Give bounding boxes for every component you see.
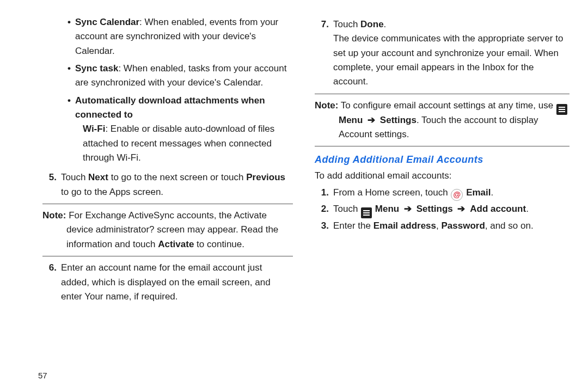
divider (42, 204, 293, 204)
step-number: 5. (42, 170, 61, 199)
bullet-list: • Sync Calendar: When enabled, events fr… (68, 15, 293, 165)
divider (315, 94, 569, 94)
arrow-icon: ➔ (367, 115, 375, 125)
step-body: Enter an account name for the email acco… (61, 261, 293, 304)
note-configure: Note: To configure email account setting… (315, 99, 569, 142)
step-5: 5. Touch Next to go to the next screen o… (42, 170, 293, 199)
right-column: 7. Touch Done. The device communicates w… (304, 15, 569, 392)
bullet-sync-calendar: • Sync Calendar: When enabled, events fr… (68, 15, 293, 58)
step-number: 3. (315, 219, 333, 233)
email-icon: @ (451, 189, 463, 201)
divider (315, 146, 569, 146)
note-activesync: Note: For Exchange ActiveSync accounts, … (42, 209, 293, 252)
note-label: Note: (315, 100, 338, 111)
add-step-1: 1. From a Home screen, touch @ Email. (315, 186, 569, 200)
bullet-title: Automatically download attachments when … (75, 95, 265, 120)
step-6: 6. Enter an account name for the email a… (42, 261, 293, 304)
add-step-3: 3. Enter the Email address, Password, an… (315, 219, 569, 233)
section-heading: Adding Additional Email Accounts (315, 154, 569, 166)
step-body: The device communicates with the appropr… (333, 32, 569, 89)
step-7: 7. Touch Done. The device communicates w… (315, 17, 569, 89)
arrow-icon: ➔ (457, 204, 465, 214)
step-number: 6. (42, 261, 61, 304)
bullet-title: Sync task (75, 63, 118, 74)
step-number: 1. (315, 186, 333, 200)
menu-icon (361, 207, 372, 218)
menu-icon (556, 104, 567, 115)
section-intro: To add additional email accounts: (315, 169, 569, 183)
bullet-sync-task: • Sync task: When enabled, tasks from yo… (68, 62, 293, 90)
bullet-title: Sync Calendar (75, 17, 139, 27)
divider (42, 256, 293, 256)
bullet-auto-download: • Automatically download attachments whe… (68, 94, 293, 166)
add-step-2: 2. Touch Menu ➔ Settings ➔ Add account. (315, 202, 569, 217)
left-column: • Sync Calendar: When enabled, events fr… (38, 15, 304, 392)
page-number: 57 (38, 371, 47, 380)
step-number: 2. (315, 202, 333, 217)
arrow-icon: ➔ (404, 204, 412, 214)
note-label: Note: (42, 210, 66, 220)
step-number: 7. (315, 17, 333, 89)
